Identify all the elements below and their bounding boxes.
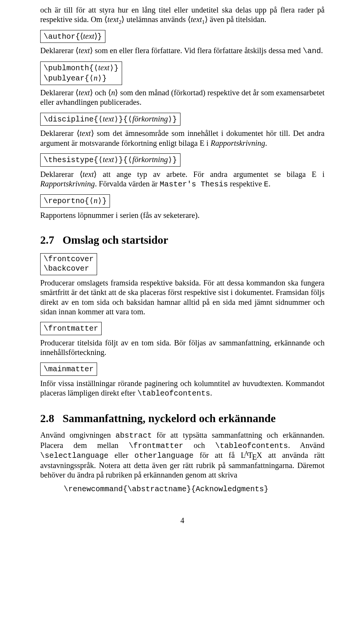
- arg: text: [107, 15, 119, 24]
- code: \tableofcontents: [137, 389, 210, 398]
- cmd: \author{: [44, 32, 80, 41]
- author-command-box: \author{⟨text⟩}: [40, 30, 105, 43]
- arg: text: [98, 63, 110, 72]
- section-title: Omslag och startsidor: [63, 234, 168, 246]
- arg: n: [111, 88, 115, 97]
- cmd-end: }: [97, 32, 102, 41]
- arg: text: [103, 155, 114, 164]
- latex-logo: LATEX: [241, 451, 262, 459]
- cmd-end: ⟩}: [110, 64, 119, 73]
- cmd: \publmonth{⟨: [44, 64, 98, 73]
- reportno-command-box: \reportno{⟨n⟩}: [40, 194, 110, 208]
- cmd-end: ⟩}: [97, 197, 107, 205]
- text: Deklarerar ⟨: [40, 170, 83, 178]
- text: .: [210, 389, 212, 397]
- langle: ⟨: [80, 32, 83, 40]
- title: Rapportskrivning: [40, 180, 95, 188]
- arg: text: [80, 129, 91, 137]
- subscript: 2: [119, 19, 121, 25]
- text: ⟩ som en eller flera författare. Vid fle…: [90, 46, 303, 55]
- frontmatter-paragraph: Producerar titelsida följt av en tom sid…: [40, 338, 325, 358]
- text: ⟩ och ⟨: [90, 88, 111, 97]
- code: E: [264, 180, 268, 189]
- text: .: [268, 180, 270, 188]
- cover-command-box: \frontcover \backcover: [40, 253, 97, 275]
- section-2-7-heading: 2.7Omslag och startsidor: [40, 233, 325, 247]
- reportno-paragraph: Rapportens löpnummer i serien (fås av se…: [40, 211, 325, 220]
- cover-paragraph: Producerar omslagets framsida respektive…: [40, 278, 325, 317]
- subscript: 1: [202, 19, 205, 25]
- mainmatter-command-box: \mainmatter: [40, 363, 97, 376]
- code: \frontmatter: [129, 441, 184, 450]
- thesistype-paragraph: Deklarerar ⟨text⟩ att ange typ av arbete…: [40, 170, 325, 189]
- text: och: [184, 441, 215, 449]
- publ-command-box: \publmonth{⟨text⟩} \publyear{⟨n⟩}: [40, 61, 122, 85]
- code: \tableofcontents: [215, 441, 288, 450]
- cmd: ⟩}{⟨: [114, 156, 132, 164]
- frontmatter-command-box: \frontmatter: [40, 322, 102, 335]
- intro-paragraph: och är till för att styra hur en lång ti…: [40, 5, 325, 25]
- text: respektive: [228, 180, 264, 188]
- text: .: [321, 46, 323, 55]
- cmd: \backcover: [44, 264, 94, 274]
- thesistype-command-box: \thesistype{⟨text⟩}{⟨förkortning⟩}: [40, 153, 180, 167]
- arg: text: [191, 15, 202, 24]
- code: \selectlanguage: [40, 451, 108, 460]
- renewcommand-code: \renewcommand{\abstractname}{Acknowledgm…: [64, 485, 325, 494]
- arg: text: [83, 170, 94, 178]
- text: ⟩ utelämnas används ⟨: [121, 15, 190, 24]
- text: Deklarerar ⟨: [40, 46, 78, 55]
- cmd: ⟩}{⟨: [114, 115, 132, 124]
- arg: förkortning: [132, 115, 168, 123]
- cmd: \reportno{⟨: [44, 197, 94, 205]
- arg: n: [94, 196, 97, 205]
- title: Rapportskrivning: [210, 139, 265, 147]
- cmd: \mainmatter: [44, 365, 94, 374]
- section-number: 2.8: [40, 412, 54, 424]
- text: eller: [108, 451, 135, 459]
- code: abstract: [116, 431, 152, 440]
- arg: förkortning: [132, 155, 168, 164]
- cmd: \thesistype{⟨: [44, 156, 103, 164]
- arg: text: [78, 46, 90, 55]
- cmd: \publyear{⟨: [44, 74, 94, 83]
- cmd-end: ⟩}: [168, 156, 177, 164]
- arg: text: [78, 88, 90, 97]
- arg: text: [103, 115, 114, 123]
- text: för att få: [194, 451, 241, 459]
- code: otherlanguage: [135, 451, 194, 460]
- text: Deklarerar ⟨: [40, 88, 78, 97]
- text: Använd omgivningen: [40, 431, 116, 439]
- cmd: \discipline{⟨: [44, 115, 103, 124]
- cmd-end: ⟩}: [168, 115, 177, 124]
- text: Deklarerar ⟨: [40, 129, 80, 137]
- text: ⟩ även på titelsidan.: [205, 15, 266, 24]
- section-2-8-paragraph: Använd omgivningen abstract för att typs…: [40, 430, 325, 480]
- section-2-8-heading: 2.8Sammanfattning, nyckelord och erkänna…: [40, 411, 325, 425]
- cmd: \frontmatter: [44, 324, 98, 333]
- discipline-paragraph: Deklarerar ⟨text⟩ som det ämnesområde so…: [40, 129, 325, 148]
- code: Master's Thesis: [160, 180, 228, 189]
- discipline-command-box: \discipline{⟨text⟩}{⟨förkortning⟩}: [40, 113, 180, 126]
- section-number: 2.7: [40, 234, 54, 246]
- text: . Använd: [288, 441, 325, 449]
- page-number: 4: [40, 516, 325, 525]
- author-paragraph: Deklarerar ⟨text⟩ som en eller flera för…: [40, 46, 325, 56]
- cmd: \frontcover: [44, 254, 94, 264]
- arg: text: [83, 32, 94, 40]
- text: ⟩ att ange typ av arbete. För andra argu…: [94, 170, 325, 178]
- publ-paragraph: Deklarerar ⟨text⟩ och ⟨n⟩ som den månad …: [40, 88, 325, 107]
- arg: n: [94, 74, 97, 82]
- text: . Förvalda värden är: [95, 180, 160, 188]
- section-title: Sammanfattning, nyckelord och erkännande: [63, 412, 276, 424]
- text: .: [265, 139, 267, 147]
- code: \and: [303, 47, 321, 55]
- cmd-end: ⟩}: [97, 74, 107, 83]
- mainmatter-paragraph: Inför vissa inställningar rörande pagine…: [40, 379, 325, 399]
- rangle: ⟩: [94, 32, 97, 40]
